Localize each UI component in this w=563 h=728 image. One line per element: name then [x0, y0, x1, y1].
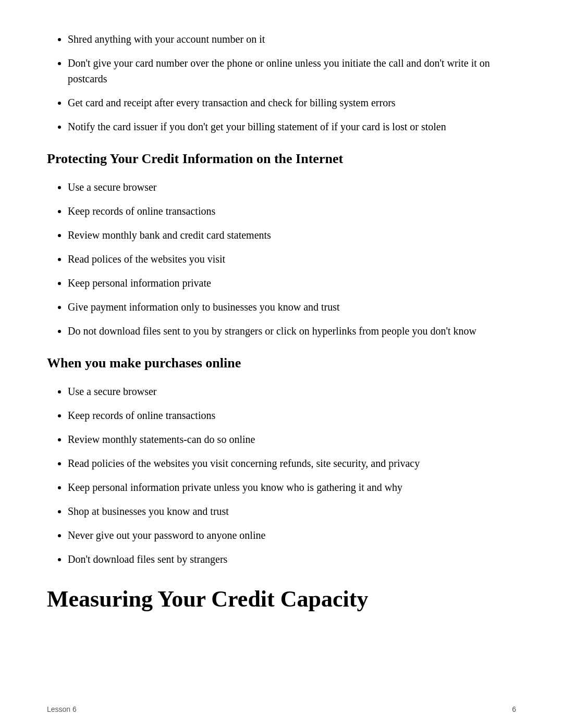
list-item: Don't download files sent by strangers — [68, 551, 516, 567]
section3: Measuring Your Credit Capacity — [47, 586, 516, 612]
list-item: Keep records of online transactions — [68, 203, 516, 219]
list-item: Keep records of online transactions — [68, 408, 516, 423]
list-item: Give payment information only to busines… — [68, 299, 516, 315]
section1: Protecting Your Credit Information on th… — [47, 151, 516, 339]
section2-bullet-list: Use a secure browserKeep records of onli… — [47, 384, 516, 567]
list-item: Don't give your card number over the pho… — [68, 55, 516, 87]
list-item: Review monthly statements-can do so onli… — [68, 431, 516, 447]
list-item: Never give out your password to anyone o… — [68, 527, 516, 543]
list-item: Keep personal information private — [68, 275, 516, 291]
intro-bullet-section: Shred anything with your account number … — [47, 31, 516, 134]
list-item: Notify the card issuer if you don't get … — [68, 119, 516, 134]
list-item: Use a secure browser — [68, 384, 516, 399]
footer: Lesson 6 6 — [47, 705, 516, 713]
list-item: Keep personal information private unless… — [68, 479, 516, 495]
footer-right: 6 — [512, 705, 516, 713]
section1-heading: Protecting Your Credit Information on th… — [47, 151, 516, 167]
page: Shred anything with your account number … — [0, 0, 563, 728]
list-item: Read policies of the websites you visit … — [68, 455, 516, 471]
section3-heading: Measuring Your Credit Capacity — [47, 586, 516, 612]
list-item: Use a secure browser — [68, 179, 516, 195]
footer-left: Lesson 6 — [47, 705, 77, 713]
intro-bullet-list: Shred anything with your account number … — [47, 31, 516, 134]
list-item: Read polices of the websites you visit — [68, 251, 516, 267]
section1-bullet-list: Use a secure browserKeep records of onli… — [47, 179, 516, 339]
list-item: Get card and receipt after every transac… — [68, 95, 516, 110]
section2-heading: When you make purchases online — [47, 355, 516, 371]
list-item: Review monthly bank and credit card stat… — [68, 227, 516, 243]
list-item: Shop at businesses you know and trust — [68, 503, 516, 519]
list-item: Shred anything with your account number … — [68, 31, 516, 47]
section2: When you make purchases online Use a sec… — [47, 355, 516, 567]
list-item: Do not download files sent to you by str… — [68, 323, 516, 339]
